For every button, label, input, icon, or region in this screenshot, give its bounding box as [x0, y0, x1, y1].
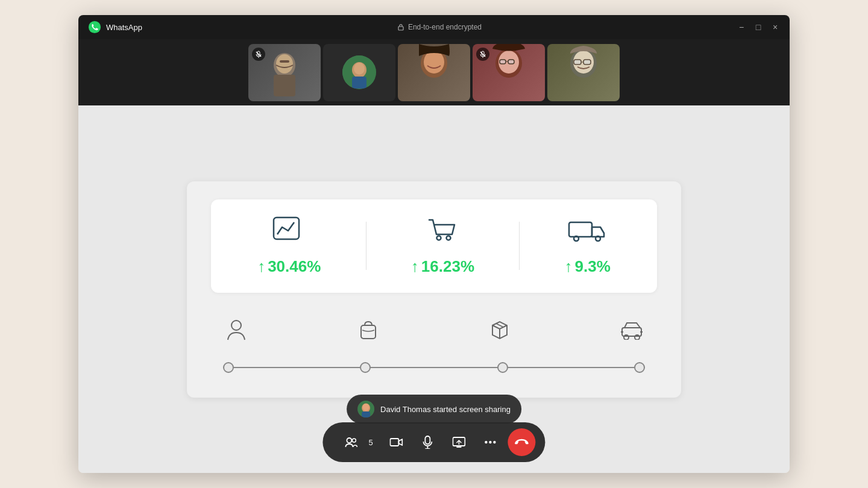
participants-count: 5 — [368, 438, 373, 447]
stats-row: ↑30.46% ↑16.23% — [211, 199, 657, 293]
lock-icon — [397, 23, 404, 31]
participant-tile-5[interactable] — [547, 44, 620, 101]
svg-rect-18 — [508, 60, 514, 64]
svg-point-46 — [347, 438, 351, 443]
pipeline-icons — [223, 317, 645, 343]
svg-rect-1 — [398, 27, 403, 30]
pipeline-row — [211, 317, 657, 380]
pipeline-dot-4 — [634, 362, 645, 373]
microphone-button[interactable] — [414, 428, 442, 456]
participants-strip — [78, 39, 790, 105]
chart-icon — [272, 216, 306, 246]
svg-point-29 — [437, 236, 441, 240]
participant-video-4 — [488, 44, 530, 101]
pipeline-dot-3 — [497, 362, 508, 373]
svg-rect-45 — [362, 411, 370, 418]
end-call-button[interactable] — [508, 428, 536, 456]
screen-share-button[interactable] — [445, 428, 473, 456]
toast-avatar-image — [357, 401, 374, 418]
svg-point-32 — [574, 236, 579, 241]
pipeline-icon-box — [486, 317, 513, 343]
end-call-icon — [515, 439, 529, 446]
mic-off-icon-4 — [479, 51, 486, 58]
stat-divider-1 — [366, 222, 366, 270]
david-avatar — [342, 55, 376, 89]
svg-point-14 — [424, 51, 444, 74]
svg-point-0 — [89, 21, 101, 33]
svg-rect-5 — [280, 60, 289, 63]
pipeline-dot-1 — [223, 362, 234, 373]
pipeline-dot-2 — [360, 362, 371, 373]
pipeline-dots — [223, 361, 645, 374]
pipeline-track — [223, 361, 645, 374]
stat-item-1: ↑30.46% — [257, 216, 321, 276]
stat-value-2: ↑16.23% — [411, 257, 474, 276]
stat-divider-2 — [519, 222, 520, 270]
toast-message: David Thomas started screen sharing — [380, 405, 511, 414]
participant-video-5 — [562, 44, 605, 101]
shared-screen-content: ↑30.46% ↑16.23% — [187, 181, 681, 398]
titlebar-left: WhatsApp — [88, 20, 142, 34]
app-title: WhatsApp — [106, 23, 142, 32]
app-window: WhatsApp End-to-end endcrypted − □ × — [78, 15, 790, 473]
participants-button[interactable] — [337, 428, 365, 456]
call-controls-bar: 5 — [322, 422, 545, 462]
svg-point-30 — [447, 236, 451, 240]
more-options-button[interactable] — [477, 428, 505, 456]
whatsapp-logo-icon — [88, 20, 101, 34]
participant-tile-4[interactable] — [473, 44, 545, 101]
minimize-button[interactable]: − — [737, 22, 746, 32]
camera-icon — [390, 437, 403, 447]
svg-point-57 — [489, 441, 491, 443]
svg-point-11 — [354, 63, 365, 75]
screen-share-toast: David Thomas started screen sharing — [347, 395, 521, 424]
svg-rect-48 — [391, 439, 399, 446]
close-button[interactable]: × — [770, 22, 780, 32]
main-content-area: ↑30.46% ↑16.23% — [78, 105, 790, 473]
svg-rect-49 — [426, 436, 430, 444]
svg-rect-26 — [583, 60, 591, 64]
microphone-icon — [423, 436, 433, 449]
svg-rect-17 — [500, 60, 506, 64]
participant-video-3 — [413, 44, 455, 101]
mute-badge-1 — [252, 48, 265, 61]
participant-video-1 — [266, 48, 303, 96]
svg-rect-25 — [574, 60, 581, 64]
pipeline-icon-car — [618, 317, 645, 343]
screen-share-icon — [453, 437, 466, 448]
svg-rect-28 — [274, 217, 299, 239]
svg-point-58 — [493, 441, 495, 443]
maximize-button[interactable]: □ — [753, 22, 763, 32]
encryption-text: End-to-end endcrypted — [408, 23, 482, 31]
participants-count-wrap: 5 — [332, 428, 379, 456]
toast-avatar — [357, 401, 374, 418]
svg-point-47 — [352, 439, 356, 442]
encryption-badge: End-to-end endcrypted — [397, 23, 482, 31]
svg-point-33 — [596, 236, 600, 241]
participant-tile-1[interactable] — [248, 44, 321, 101]
cart-icon — [426, 216, 459, 246]
svg-rect-35 — [361, 325, 376, 339]
svg-point-44 — [363, 404, 370, 411]
svg-rect-3 — [274, 75, 295, 96]
svg-point-34 — [231, 321, 241, 330]
stat-item-2: ↑16.23% — [411, 216, 474, 276]
participants-icon — [344, 437, 357, 448]
window-controls: − □ × — [737, 22, 780, 32]
stat-value-3: ↑9.3% — [565, 257, 611, 276]
more-options-icon — [485, 440, 497, 444]
titlebar: WhatsApp End-to-end endcrypted − □ × — [78, 15, 790, 39]
svg-point-4 — [276, 54, 293, 74]
stat-value-1: ↑30.46% — [257, 257, 321, 276]
pipeline-icon-person — [223, 317, 250, 343]
camera-button[interactable] — [383, 428, 410, 456]
stat-item-3: ↑9.3% — [565, 216, 611, 276]
mute-badge-4 — [476, 48, 489, 61]
participant-tile-3[interactable] — [398, 44, 470, 101]
mic-off-icon-1 — [255, 51, 262, 58]
svg-point-56 — [485, 441, 487, 443]
svg-rect-12 — [352, 77, 366, 89]
participant-tile-2[interactable] — [323, 44, 395, 101]
svg-rect-31 — [569, 222, 592, 237]
truck-icon — [567, 216, 609, 246]
